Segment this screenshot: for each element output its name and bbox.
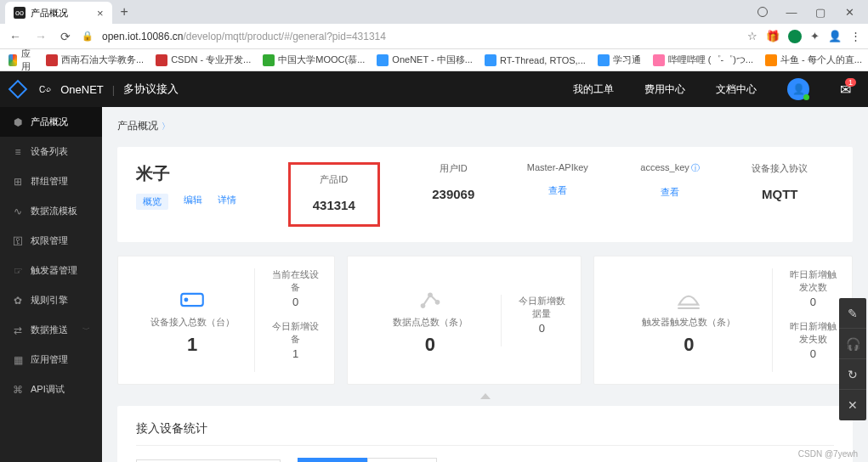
gift-icon[interactable]: 🎁 xyxy=(766,30,780,42)
sidebar-item[interactable]: ⚿权限管理 xyxy=(0,226,102,256)
app-header: C꩜ OneNET | 多协议接入 我的工单 费用中心 文档中心 👤 ✉1 xyxy=(0,71,868,107)
sidebar-icon: ✿ xyxy=(12,295,24,307)
edit-tool-icon[interactable]: ✎ xyxy=(839,298,866,329)
star-icon[interactable]: ☆ xyxy=(747,30,757,42)
profile-icon[interactable]: 👤 xyxy=(828,30,842,42)
sidebar: ⬢产品概况≡设备列表⊞群组管理∿数据流模板⚿权限管理☞触发器管理✿规则引擎⇄数据… xyxy=(0,107,102,462)
tab-edit[interactable]: 编辑 xyxy=(184,194,202,210)
bookmark-item[interactable]: 斗鱼 - 每个人的直... xyxy=(765,54,862,66)
product-card: 米子 概览 编辑 详情 产品ID431314用户ID239069Master-A… xyxy=(117,147,853,242)
address-bar: ← → ⟳ 🔒 open.iot.10086.cn/develop/mqtt/p… xyxy=(0,24,868,49)
main-content: 产品概况〉 米子 概览 编辑 详情 产品ID431314用户ID239069Ma… xyxy=(102,107,868,462)
extensions-puzzle-icon[interactable]: ✦ xyxy=(810,30,820,42)
nav-billing[interactable]: 费用中心 xyxy=(644,82,685,97)
sidebar-item[interactable]: ✿规则引擎 xyxy=(0,285,102,315)
stat-card: 数据点总数（条）0今日新增数据量0 xyxy=(347,256,582,385)
new-tab-button[interactable]: + xyxy=(121,4,128,20)
logo-square[interactable] xyxy=(3,74,33,104)
info-column: 用户ID239069 xyxy=(432,162,474,227)
brand-text: OneNET xyxy=(60,83,104,96)
chevron-right-icon: 〉 xyxy=(162,121,170,131)
sidebar-label: 触发器管理 xyxy=(31,264,77,277)
window-maximize-icon[interactable]: ▢ xyxy=(814,5,827,19)
sidebar-icon: ≡ xyxy=(12,146,24,158)
subbrand-text: 多协议接入 xyxy=(123,82,179,97)
floating-toolbar: ✎ 🎧 ↻ ✕ xyxy=(839,298,866,420)
view-link[interactable]: 查看 xyxy=(640,186,699,199)
tab-overview[interactable]: 概览 xyxy=(136,194,168,210)
window-controls: — ▢ ✕ xyxy=(756,5,868,19)
window-minimize-icon[interactable]: — xyxy=(785,5,798,19)
window-close-icon[interactable]: ✕ xyxy=(842,5,856,19)
sidebar-label: 产品概况 xyxy=(31,116,68,128)
sidebar-icon: ☞ xyxy=(12,265,24,277)
nav-back-icon[interactable]: ← xyxy=(7,30,24,43)
sidebar-icon: ∿ xyxy=(12,206,24,217)
bookmark-item[interactable]: 哔哩哔哩 (゜-゜)つ... xyxy=(653,54,753,66)
sidebar-icon: ⌘ xyxy=(12,384,24,396)
menu-dots-icon[interactable]: ⋮ xyxy=(850,30,861,42)
sidebar-label: 应用管理 xyxy=(31,353,68,366)
info-column: 设备接入协议MQTT xyxy=(752,162,808,227)
info-column: 产品ID431314 xyxy=(313,173,355,212)
sidebar-item[interactable]: ☞触发器管理 xyxy=(0,256,102,285)
sidebar-item[interactable]: ∿数据流模板 xyxy=(0,196,102,226)
extension-icon[interactable] xyxy=(788,30,802,43)
btn-cumulative[interactable]: 累积总量 xyxy=(367,458,437,462)
sidebar-label: 数据推送 xyxy=(31,324,68,336)
nav-tickets[interactable]: 我的工单 xyxy=(573,82,614,97)
stat-icon xyxy=(416,306,445,316)
sidebar-item[interactable]: ⌘API调试 xyxy=(0,375,102,404)
bookmarks-bar: 应用 西南石油大学教务...CSDN - 专业开发...中国大学MOOC(慕..… xyxy=(0,49,868,71)
sidebar-item[interactable]: ≡设备列表 xyxy=(0,137,102,166)
help-icon[interactable]: ⓘ xyxy=(691,163,700,172)
collapse-toggle-icon[interactable] xyxy=(480,393,491,399)
sidebar-icon: ▦ xyxy=(12,354,24,366)
bookmark-item[interactable]: OneNET - 中国移... xyxy=(377,54,473,66)
bookmark-item[interactable]: 中国大学MOOC(慕... xyxy=(263,54,365,66)
sidebar-label: API调试 xyxy=(31,383,65,396)
tab-detail[interactable]: 详情 xyxy=(218,194,236,210)
date-range-input[interactable] xyxy=(136,459,281,463)
url-input[interactable]: open.iot.10086.cn/develop/mqtt/product/#… xyxy=(102,31,739,42)
info-column: Master-APIkey查看 xyxy=(527,162,588,227)
sidebar-icon: ⊞ xyxy=(12,176,24,188)
bookmark-item[interactable]: 学习通 xyxy=(598,54,641,66)
nav-forward-icon[interactable]: → xyxy=(32,30,49,43)
apps-shortcut[interactable]: 应用 xyxy=(9,49,34,71)
nav-reload-icon[interactable]: ⟳ xyxy=(58,30,73,43)
info-column: access_keyⓘ查看 xyxy=(640,162,699,227)
bookmark-item[interactable]: CSDN - 专业开发... xyxy=(156,54,251,66)
user-avatar[interactable]: 👤 xyxy=(787,78,809,100)
sidebar-item[interactable]: ⬢产品概况 xyxy=(0,107,102,137)
view-link[interactable]: 查看 xyxy=(527,184,588,197)
stat-card: 设备接入总数（台）1当前在线设备0今日新增设备1 xyxy=(117,256,335,385)
stat-card: 触发器触发总数（条）0昨日新增触发次数0昨日新增触发失败0 xyxy=(593,256,853,385)
browser-tab[interactable]: oo 产品概况 × xyxy=(5,2,112,24)
browser-tab-strip: oo 产品概况 × + — ▢ ✕ xyxy=(0,0,868,24)
sidebar-label: 数据流模板 xyxy=(31,205,77,217)
btn-daily-new[interactable]: 每日新增 xyxy=(298,458,367,462)
mail-icon[interactable]: ✉1 xyxy=(840,82,851,98)
bookmark-item[interactable]: RT-Thread, RTOS,... xyxy=(485,54,586,66)
sidebar-icon: ⚿ xyxy=(12,235,24,247)
tab-title: 产品概况 xyxy=(31,7,68,20)
lock-icon: 🔒 xyxy=(82,31,94,42)
brand-sigil: C꩜ xyxy=(39,85,52,94)
sidebar-item[interactable]: ⊞群组管理 xyxy=(0,166,102,196)
history-icon[interactable]: ↻ xyxy=(839,359,866,390)
support-headset-icon[interactable]: 🎧 xyxy=(839,329,866,359)
tab-favicon: oo xyxy=(14,7,26,19)
bookmark-item[interactable]: 西南石油大学教务... xyxy=(46,54,144,66)
settings-tool-icon[interactable]: ✕ xyxy=(839,390,866,420)
stats-row: 设备接入总数（台）1当前在线设备0今日新增设备1数据点总数（条）0今日新增数据量… xyxy=(117,256,853,385)
nav-docs[interactable]: 文档中心 xyxy=(716,82,757,97)
sidebar-label: 群组管理 xyxy=(31,175,68,188)
sidebar-item[interactable]: ▦应用管理 xyxy=(0,345,102,375)
close-tab-icon[interactable]: × xyxy=(97,7,104,20)
sidebar-label: 权限管理 xyxy=(31,234,68,247)
stat-icon xyxy=(674,306,703,316)
sidebar-item[interactable]: ⇄数据推送﹀ xyxy=(0,315,102,345)
watermark: CSDN @7yewh xyxy=(798,449,858,459)
window-record-icon[interactable] xyxy=(756,5,769,19)
